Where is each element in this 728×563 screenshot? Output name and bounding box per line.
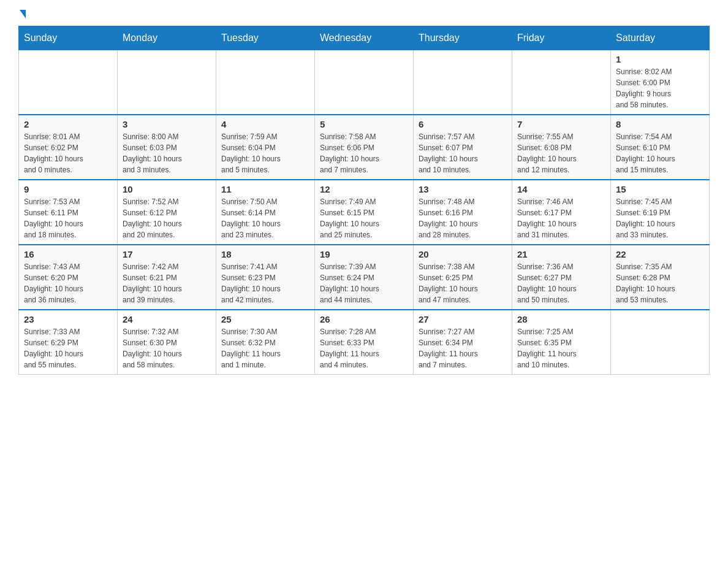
day-info: Sunrise: 7:30 AMSunset: 6:32 PMDaylight:… — [221, 326, 309, 370]
day-number: 28 — [517, 314, 605, 324]
day-info: Sunrise: 7:48 AMSunset: 6:16 PMDaylight:… — [419, 196, 507, 240]
day-number: 26 — [320, 314, 408, 324]
day-number: 24 — [123, 314, 211, 324]
day-info: Sunrise: 7:54 AMSunset: 6:10 PMDaylight:… — [616, 131, 704, 175]
day-number: 8 — [616, 119, 704, 129]
calendar-day-cell: 4Sunrise: 7:59 AMSunset: 6:04 PMDaylight… — [216, 115, 315, 180]
day-info: Sunrise: 7:46 AMSunset: 6:17 PMDaylight:… — [517, 196, 605, 240]
calendar-day-header: Sunday — [19, 26, 118, 50]
calendar-day-cell: 7Sunrise: 7:55 AMSunset: 6:08 PMDaylight… — [512, 115, 611, 180]
day-number: 13 — [419, 184, 507, 194]
day-info: Sunrise: 7:45 AMSunset: 6:19 PMDaylight:… — [616, 196, 704, 240]
calendar-week-row: 2Sunrise: 8:01 AMSunset: 6:02 PMDaylight… — [19, 115, 710, 180]
day-info: Sunrise: 7:43 AMSunset: 6:20 PMDaylight:… — [24, 261, 112, 305]
calendar-day-cell: 24Sunrise: 7:32 AMSunset: 6:30 PMDayligh… — [118, 310, 216, 375]
calendar-week-row: 23Sunrise: 7:33 AMSunset: 6:29 PMDayligh… — [19, 310, 710, 375]
calendar-day-cell — [216, 50, 315, 115]
day-number: 7 — [517, 119, 605, 129]
day-number: 21 — [517, 249, 605, 259]
day-info: Sunrise: 7:53 AMSunset: 6:11 PMDaylight:… — [24, 196, 112, 240]
calendar-day-cell: 18Sunrise: 7:41 AMSunset: 6:23 PMDayligh… — [216, 245, 315, 310]
day-info: Sunrise: 7:49 AMSunset: 6:15 PMDaylight:… — [320, 196, 408, 240]
day-info: Sunrise: 7:41 AMSunset: 6:23 PMDaylight:… — [221, 261, 309, 305]
calendar-day-cell: 11Sunrise: 7:50 AMSunset: 6:14 PMDayligh… — [216, 180, 315, 245]
calendar-day-cell: 10Sunrise: 7:52 AMSunset: 6:12 PMDayligh… — [118, 180, 216, 245]
calendar-header-row: SundayMondayTuesdayWednesdayThursdayFrid… — [19, 26, 710, 50]
logo-triangle-icon — [20, 10, 26, 18]
day-number: 10 — [123, 184, 211, 194]
day-info: Sunrise: 8:00 AMSunset: 6:03 PMDaylight:… — [123, 131, 211, 175]
day-number: 23 — [24, 314, 112, 324]
calendar-day-cell: 9Sunrise: 7:53 AMSunset: 6:11 PMDaylight… — [19, 180, 118, 245]
day-info: Sunrise: 7:27 AMSunset: 6:34 PMDaylight:… — [419, 326, 507, 370]
day-info: Sunrise: 7:39 AMSunset: 6:24 PMDaylight:… — [320, 261, 408, 305]
day-number: 25 — [221, 314, 309, 324]
calendar-day-cell: 5Sunrise: 7:58 AMSunset: 6:06 PMDaylight… — [315, 115, 414, 180]
calendar-day-cell: 27Sunrise: 7:27 AMSunset: 6:34 PMDayligh… — [414, 310, 512, 375]
calendar-day-cell: 8Sunrise: 7:54 AMSunset: 6:10 PMDaylight… — [611, 115, 710, 180]
calendar-week-row: 9Sunrise: 7:53 AMSunset: 6:11 PMDaylight… — [19, 180, 710, 245]
page-header — [18, 12, 710, 16]
calendar-day-cell: 21Sunrise: 7:36 AMSunset: 6:27 PMDayligh… — [512, 245, 611, 310]
calendar-day-cell: 26Sunrise: 7:28 AMSunset: 6:33 PMDayligh… — [315, 310, 414, 375]
day-number: 19 — [320, 249, 408, 259]
calendar-day-cell — [611, 310, 710, 375]
calendar-table: SundayMondayTuesdayWednesdayThursdayFrid… — [18, 26, 710, 375]
day-number: 20 — [419, 249, 507, 259]
day-number: 9 — [24, 184, 112, 194]
calendar-day-cell: 12Sunrise: 7:49 AMSunset: 6:15 PMDayligh… — [315, 180, 414, 245]
calendar-day-cell: 14Sunrise: 7:46 AMSunset: 6:17 PMDayligh… — [512, 180, 611, 245]
calendar-day-cell: 1Sunrise: 8:02 AMSunset: 6:00 PMDaylight… — [611, 50, 710, 115]
calendar-day-cell: 20Sunrise: 7:38 AMSunset: 6:25 PMDayligh… — [414, 245, 512, 310]
calendar-day-cell: 22Sunrise: 7:35 AMSunset: 6:28 PMDayligh… — [611, 245, 710, 310]
day-info: Sunrise: 7:59 AMSunset: 6:04 PMDaylight:… — [221, 131, 309, 175]
day-info: Sunrise: 7:33 AMSunset: 6:29 PMDaylight:… — [24, 326, 112, 370]
day-info: Sunrise: 7:52 AMSunset: 6:12 PMDaylight:… — [123, 196, 211, 240]
calendar-day-cell — [512, 50, 611, 115]
day-info: Sunrise: 8:02 AMSunset: 6:00 PMDaylight:… — [616, 66, 704, 110]
day-number: 15 — [616, 184, 704, 194]
calendar-day-header: Monday — [118, 26, 216, 50]
calendar-day-cell: 13Sunrise: 7:48 AMSunset: 6:16 PMDayligh… — [414, 180, 512, 245]
day-info: Sunrise: 7:25 AMSunset: 6:35 PMDaylight:… — [517, 326, 605, 370]
calendar-day-cell: 16Sunrise: 7:43 AMSunset: 6:20 PMDayligh… — [19, 245, 118, 310]
calendar-day-header: Wednesday — [315, 26, 414, 50]
calendar-day-cell — [315, 50, 414, 115]
calendar-day-cell: 17Sunrise: 7:42 AMSunset: 6:21 PMDayligh… — [118, 245, 216, 310]
day-number: 18 — [221, 249, 309, 259]
day-number: 6 — [419, 119, 507, 129]
calendar-day-cell: 25Sunrise: 7:30 AMSunset: 6:32 PMDayligh… — [216, 310, 315, 375]
calendar-day-cell: 6Sunrise: 7:57 AMSunset: 6:07 PMDaylight… — [414, 115, 512, 180]
calendar-day-cell — [414, 50, 512, 115]
day-info: Sunrise: 8:01 AMSunset: 6:02 PMDaylight:… — [24, 131, 112, 175]
calendar-week-row: 1Sunrise: 8:02 AMSunset: 6:00 PMDaylight… — [19, 50, 710, 115]
day-number: 4 — [221, 119, 309, 129]
day-number: 27 — [419, 314, 507, 324]
calendar-day-header: Tuesday — [216, 26, 315, 50]
day-number: 22 — [616, 249, 704, 259]
calendar-day-cell: 28Sunrise: 7:25 AMSunset: 6:35 PMDayligh… — [512, 310, 611, 375]
day-number: 3 — [123, 119, 211, 129]
calendar-day-header: Thursday — [414, 26, 512, 50]
calendar-day-cell — [118, 50, 216, 115]
logo-text — [18, 12, 26, 18]
calendar-week-row: 16Sunrise: 7:43 AMSunset: 6:20 PMDayligh… — [19, 245, 710, 310]
day-info: Sunrise: 7:28 AMSunset: 6:33 PMDaylight:… — [320, 326, 408, 370]
day-info: Sunrise: 7:36 AMSunset: 6:27 PMDaylight:… — [517, 261, 605, 305]
day-info: Sunrise: 7:50 AMSunset: 6:14 PMDaylight:… — [221, 196, 309, 240]
day-info: Sunrise: 7:38 AMSunset: 6:25 PMDaylight:… — [419, 261, 507, 305]
calendar-day-header: Friday — [512, 26, 611, 50]
day-number: 12 — [320, 184, 408, 194]
day-info: Sunrise: 7:35 AMSunset: 6:28 PMDaylight:… — [616, 261, 704, 305]
calendar-day-cell: 19Sunrise: 7:39 AMSunset: 6:24 PMDayligh… — [315, 245, 414, 310]
calendar-day-cell: 15Sunrise: 7:45 AMSunset: 6:19 PMDayligh… — [611, 180, 710, 245]
logo — [18, 12, 26, 16]
day-number: 16 — [24, 249, 112, 259]
day-number: 14 — [517, 184, 605, 194]
day-number: 11 — [221, 184, 309, 194]
calendar-day-header: Saturday — [611, 26, 710, 50]
day-info: Sunrise: 7:58 AMSunset: 6:06 PMDaylight:… — [320, 131, 408, 175]
day-number: 2 — [24, 119, 112, 129]
day-number: 1 — [616, 54, 704, 64]
day-number: 5 — [320, 119, 408, 129]
